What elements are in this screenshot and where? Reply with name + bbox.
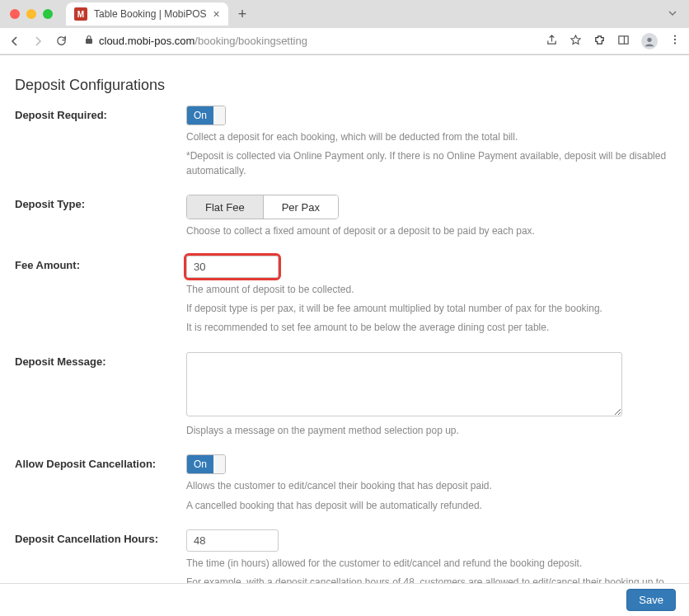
forward-button[interactable] [31,35,45,48]
new-tab-button[interactable]: + [235,6,251,23]
seg-per-pax[interactable]: Per Pax [263,195,338,219]
svg-point-6 [674,42,676,44]
segmented-deposit-type: Flat Fee Per Pax [186,195,339,219]
window-zoom-icon[interactable] [43,9,53,19]
label-deposit-type: Deposit Type: [15,195,186,210]
svg-point-3 [647,37,651,41]
svg-rect-0 [86,39,92,44]
tab-overflow-icon[interactable] [668,8,682,21]
panel-icon[interactable] [617,34,630,49]
hint-text: The time (in hours) allowed for the cust… [186,557,674,571]
url-path: /booking/bookingsetting [195,35,307,47]
hint-text: A cancelled booking that has deposit wil… [186,499,674,513]
tab-strip: M Table Booking | MobiPOS × + [0,0,689,28]
toggle-deposit-required[interactable]: On [186,106,226,125]
row-deposit-required: Deposit Required: On Collect a deposit f… [15,106,674,178]
section-deposit-config-title: Deposit Configurations [15,77,674,94]
textarea-deposit-message[interactable] [186,352,622,416]
window-controls [7,9,59,19]
label-deposit-message: Deposit Message: [15,352,186,368]
row-fee-amount: Fee Amount: The amount of deposit to be … [15,256,674,336]
hint-text: *Deposit is collected via Online Payment… [186,149,674,178]
row-allow-cancellation: Allow Deposit Cancellation: On Allows th… [15,454,674,513]
hint-text: It is recommended to set fee amount to b… [186,321,674,335]
label-fee-amount: Fee Amount: [15,256,186,271]
toggle-state: On [187,106,213,125]
svg-rect-1 [619,35,628,43]
favicon-icon: M [74,7,87,21]
browser-tab[interactable]: M Table Booking | MobiPOS × [66,2,228,26]
extensions-icon[interactable] [593,34,606,49]
seg-flat-fee[interactable]: Flat Fee [187,195,263,219]
reload-button[interactable] [54,35,68,47]
input-cancellation-hours[interactable] [186,529,279,552]
bookmark-icon[interactable] [569,34,582,49]
footer-bar: Save [0,583,689,616]
hint-text: The amount of deposit to be collected. [186,283,674,297]
tab-close-icon[interactable]: × [213,7,220,21]
label-cancellation-hours: Deposit Cancellation Hours: [15,529,186,545]
label-allow-cancellation: Allow Deposit Cancellation: [15,454,186,470]
lock-icon [84,35,94,47]
window-close-icon[interactable] [10,9,20,19]
profile-avatar-icon[interactable] [641,33,658,49]
hint-text: Displays a message on the payment method… [186,424,674,438]
toolbar-actions [546,33,681,49]
browser-toolbar: cloud.mobi-pos.com/booking/bookingsettin… [0,28,689,54]
tab-title: Table Booking | MobiPOS [94,8,207,20]
window-minimize-icon[interactable] [26,9,36,19]
svg-point-4 [674,35,676,36]
toggle-allow-cancellation[interactable]: On [186,454,226,474]
menu-icon[interactable] [669,34,681,48]
hint-text: If deposit type is per pax, it will be f… [186,302,674,316]
toggle-knob-icon [213,106,225,125]
hint-text: Collect a deposit for each booking, whic… [186,130,674,144]
url-host: cloud.mobi-pos.com [99,35,195,47]
row-cancellation-hours: Deposit Cancellation Hours: The time (in… [15,529,674,584]
svg-point-5 [674,39,676,40]
row-deposit-type: Deposit Type: Flat Fee Per Pax Choose to… [15,195,674,238]
save-button[interactable]: Save [626,589,676,611]
page-content: Deposit Configurations Deposit Required:… [0,55,689,584]
label-deposit-required: Deposit Required: [15,106,186,121]
browser-chrome: M Table Booking | MobiPOS × + cloud.mobi… [0,0,689,55]
toggle-knob-icon [213,455,225,473]
hint-text: Allows the customer to edit/cancel their… [186,479,674,493]
input-fee-amount[interactable] [186,256,279,278]
toggle-state: On [187,455,213,473]
back-button[interactable] [8,35,21,48]
address-bar[interactable]: cloud.mobi-pos.com/booking/bookingsettin… [77,35,536,47]
hint-text: Choose to collect a fixed amount of depo… [186,224,674,238]
share-icon[interactable] [546,34,558,49]
row-deposit-message: Deposit Message: Displays a message on t… [15,352,674,438]
